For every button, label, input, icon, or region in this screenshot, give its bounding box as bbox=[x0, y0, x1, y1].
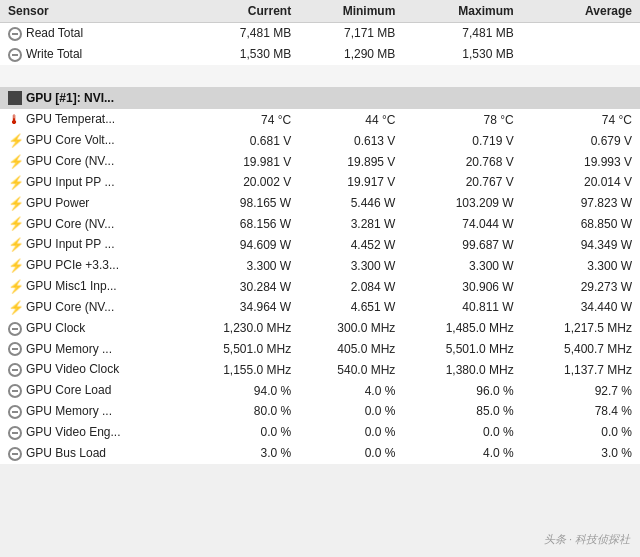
bolt-icon: ⚡ bbox=[8, 197, 22, 211]
maximum-value: 99.687 W bbox=[403, 234, 521, 255]
sensor-name-cell: ⚡GPU Misc1 Inp... bbox=[0, 276, 181, 297]
table-row[interactable]: GPU Video Clock1,155.0 MHz540.0 MHz1,380… bbox=[0, 359, 640, 380]
col-header-minimum: Minimum bbox=[299, 0, 403, 23]
average-value: 5,400.7 MHz bbox=[522, 339, 640, 360]
sensor-name-cell: ⚡GPU Core (NV... bbox=[0, 297, 181, 318]
maximum-value: 7,481 MB bbox=[403, 23, 521, 44]
average-value: 1,137.7 MHz bbox=[522, 359, 640, 380]
section-header-gpu[interactable]: GPU [#1]: NVI... bbox=[0, 87, 640, 110]
minimum-value: 0.613 V bbox=[299, 130, 403, 151]
minimum-value: 19.895 V bbox=[299, 151, 403, 172]
minus-circle-icon bbox=[8, 405, 22, 419]
average-value: 74 °C bbox=[522, 109, 640, 130]
table-row[interactable]: GPU Memory ...80.0 %0.0 %85.0 %78.4 % bbox=[0, 401, 640, 422]
maximum-value: 1,485.0 MHz bbox=[403, 318, 521, 339]
average-value: 29.273 W bbox=[522, 276, 640, 297]
table-row[interactable]: ⚡GPU Input PP ...20.002 V19.917 V20.767 … bbox=[0, 172, 640, 193]
table-row[interactable]: GPU Clock1,230.0 MHz300.0 MHz1,485.0 MHz… bbox=[0, 318, 640, 339]
current-value: 1,230.0 MHz bbox=[181, 318, 299, 339]
minus-circle-icon bbox=[8, 27, 22, 41]
gpu-icon bbox=[8, 91, 22, 105]
sensor-name-cell: ⚡GPU Input PP ... bbox=[0, 234, 181, 255]
table-row[interactable]: ⚡GPU Misc1 Inp...30.284 W2.084 W30.906 W… bbox=[0, 276, 640, 297]
maximum-value: 5,501.0 MHz bbox=[403, 339, 521, 360]
table-row[interactable]: ⚡GPU Core Volt...0.681 V0.613 V0.719 V0.… bbox=[0, 130, 640, 151]
average-value bbox=[522, 23, 640, 44]
average-value: 0.679 V bbox=[522, 130, 640, 151]
bolt-icon: ⚡ bbox=[8, 134, 22, 148]
main-container: Sensor Current Minimum Maximum Average R… bbox=[0, 0, 640, 464]
minimum-value: 4.452 W bbox=[299, 234, 403, 255]
table-row[interactable]: ⚡GPU Core (NV...68.156 W3.281 W74.044 W6… bbox=[0, 214, 640, 235]
minimum-value: 4.651 W bbox=[299, 297, 403, 318]
maximum-value: 40.811 W bbox=[403, 297, 521, 318]
bolt-icon: ⚡ bbox=[8, 280, 22, 294]
average-value: 1,217.5 MHz bbox=[522, 318, 640, 339]
table-row[interactable]: ⚡GPU Power98.165 W5.446 W103.209 W97.823… bbox=[0, 193, 640, 214]
minimum-value: 4.0 % bbox=[299, 380, 403, 401]
table-row[interactable]: ⚡GPU Input PP ...94.609 W4.452 W99.687 W… bbox=[0, 234, 640, 255]
sensor-label: GPU Core (NV... bbox=[26, 154, 114, 168]
col-header-average: Average bbox=[522, 0, 640, 23]
sensor-name-cell: GPU Clock bbox=[0, 318, 181, 339]
table-row[interactable]: ⚡GPU Core (NV...19.981 V19.895 V20.768 V… bbox=[0, 151, 640, 172]
average-value: 94.349 W bbox=[522, 234, 640, 255]
average-value bbox=[522, 44, 640, 65]
sensor-name-cell: 🌡GPU Temperat... bbox=[0, 109, 181, 130]
maximum-value: 0.719 V bbox=[403, 130, 521, 151]
table-row[interactable]: Write Total1,530 MB1,290 MB1,530 MB bbox=[0, 44, 640, 65]
empty-row bbox=[0, 65, 640, 87]
sensor-name-cell: ⚡GPU Power bbox=[0, 193, 181, 214]
current-value: 34.964 W bbox=[181, 297, 299, 318]
table-row[interactable]: GPU Video Eng...0.0 %0.0 %0.0 %0.0 % bbox=[0, 422, 640, 443]
sensor-label: GPU Misc1 Inp... bbox=[26, 279, 117, 293]
maximum-value: 1,530 MB bbox=[403, 44, 521, 65]
current-value: 5,501.0 MHz bbox=[181, 339, 299, 360]
bolt-icon: ⚡ bbox=[8, 176, 22, 190]
sensor-name-cell: GPU Bus Load bbox=[0, 443, 181, 464]
sensor-name-cell: ⚡GPU Core (NV... bbox=[0, 151, 181, 172]
maximum-value: 0.0 % bbox=[403, 422, 521, 443]
sensor-label: GPU Memory ... bbox=[26, 404, 112, 418]
sensor-label: GPU Bus Load bbox=[26, 446, 106, 460]
table-row[interactable]: ⚡GPU PCIe +3.3...3.300 W3.300 W3.300 W3.… bbox=[0, 255, 640, 276]
table-row[interactable]: GPU Core Load94.0 %4.0 %96.0 %92.7 % bbox=[0, 380, 640, 401]
table-row[interactable]: GPU Memory ...5,501.0 MHz405.0 MHz5,501.… bbox=[0, 339, 640, 360]
sensor-label: GPU Memory ... bbox=[26, 342, 112, 356]
bolt-icon: ⚡ bbox=[8, 301, 22, 315]
maximum-value: 20.767 V bbox=[403, 172, 521, 193]
minus-circle-icon bbox=[8, 426, 22, 440]
sensor-label: GPU Power bbox=[26, 196, 89, 210]
bolt-icon: ⚡ bbox=[8, 259, 22, 273]
bolt-icon: ⚡ bbox=[8, 238, 22, 252]
table-row[interactable]: Read Total7,481 MB7,171 MB7,481 MB bbox=[0, 23, 640, 44]
maximum-value: 78 °C bbox=[403, 109, 521, 130]
maximum-value: 3.300 W bbox=[403, 255, 521, 276]
section-header-label: GPU [#1]: NVI... bbox=[0, 87, 640, 110]
table-row[interactable]: GPU Bus Load3.0 %0.0 %4.0 %3.0 % bbox=[0, 443, 640, 464]
current-value: 98.165 W bbox=[181, 193, 299, 214]
average-value: 19.993 V bbox=[522, 151, 640, 172]
thermometer-icon: 🌡 bbox=[8, 113, 22, 127]
minus-circle-icon bbox=[8, 322, 22, 336]
average-value: 20.014 V bbox=[522, 172, 640, 193]
table-row[interactable]: ⚡GPU Core (NV...34.964 W4.651 W40.811 W3… bbox=[0, 297, 640, 318]
average-value: 34.440 W bbox=[522, 297, 640, 318]
minus-circle-icon bbox=[8, 447, 22, 461]
bolt-icon: ⚡ bbox=[8, 155, 22, 169]
minimum-value: 5.446 W bbox=[299, 193, 403, 214]
sensor-label: GPU Temperat... bbox=[26, 112, 115, 126]
current-value: 74 °C bbox=[181, 109, 299, 130]
col-header-maximum: Maximum bbox=[403, 0, 521, 23]
sensor-name-cell: GPU Memory ... bbox=[0, 401, 181, 422]
sensor-label: Write Total bbox=[26, 47, 82, 61]
table-row[interactable]: 🌡GPU Temperat...74 °C44 °C78 °C74 °C bbox=[0, 109, 640, 130]
maximum-value: 85.0 % bbox=[403, 401, 521, 422]
minimum-value: 0.0 % bbox=[299, 401, 403, 422]
minus-circle-icon bbox=[8, 342, 22, 356]
sensor-name-cell: Read Total bbox=[0, 23, 181, 44]
minimum-value: 1,290 MB bbox=[299, 44, 403, 65]
sensor-table: Sensor Current Minimum Maximum Average R… bbox=[0, 0, 640, 464]
average-value: 78.4 % bbox=[522, 401, 640, 422]
minimum-value: 44 °C bbox=[299, 109, 403, 130]
